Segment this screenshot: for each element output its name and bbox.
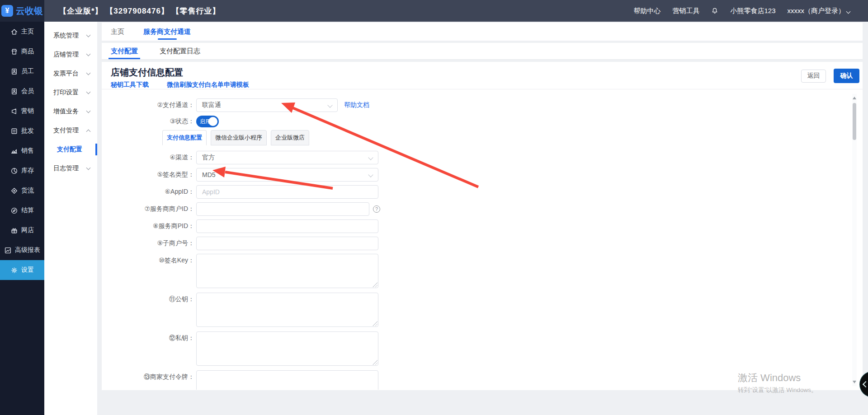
chevron-down-icon	[327, 103, 332, 107]
account-label: xxxxx（商户登录）	[788, 7, 845, 14]
sub-merchant-no-input[interactable]	[196, 237, 378, 250]
sp-pid-input[interactable]	[196, 219, 378, 233]
public-key-textarea[interactable]	[196, 293, 378, 327]
confirm-button[interactable]: 确认	[834, 69, 859, 83]
sidebar-label: 营销	[21, 107, 34, 115]
main-sidebar: 主页 商品 员工 会员 营销 批发 销售 库存 货流 结算 网店 高级报表 设置	[0, 22, 44, 415]
sidebar-label: 设置	[21, 266, 34, 274]
tab-payment-info-config[interactable]: 支付信息配置	[162, 130, 207, 145]
help-doc-link[interactable]: 帮助文档	[344, 101, 369, 109]
route-label: ④渠道：	[111, 154, 194, 162]
sidebar-item-goods[interactable]: 商品	[0, 42, 44, 61]
pay-channel-label: ②支付通道：	[111, 101, 194, 109]
back-button[interactable]: 返回	[801, 70, 826, 83]
submenu-invoice-platform[interactable]: 发票平台	[44, 64, 97, 83]
question-mark-icon[interactable]: ?	[373, 205, 380, 213]
chevron-down-icon	[368, 172, 373, 177]
page-title: 店铺支付信息配置	[111, 66, 855, 79]
tab-pay-config-log[interactable]: 支付配置日志	[160, 43, 200, 59]
sidebar-item-members[interactable]: 会员	[0, 81, 44, 101]
submenu-system-management[interactable]: 系统管理	[44, 26, 97, 45]
pay-token-textarea[interactable]	[196, 370, 378, 390]
submenu-shop-management[interactable]: 店铺管理	[44, 45, 97, 64]
submenu-label: 系统管理	[53, 32, 79, 40]
help-center-link[interactable]: 帮助中心	[633, 7, 660, 15]
sidebar-item-settings[interactable]: 设置	[0, 260, 44, 280]
sign-type-select[interactable]: MD5	[196, 168, 378, 182]
submenu-label: 发票平台	[53, 70, 79, 78]
submenu-label: 打印设置	[53, 89, 79, 97]
tab-home[interactable]: 主页	[111, 23, 124, 41]
submenu-label: 支付配置	[57, 145, 82, 154]
sp-merchant-id-input[interactable]	[196, 202, 369, 216]
chevron-down-icon	[86, 70, 91, 75]
sidebar-item-staff[interactable]: 员工	[0, 61, 44, 81]
key-tool-download-link[interactable]: 秘钥工具下载	[111, 81, 149, 89]
private-key-label: ⑫私钥：	[111, 331, 194, 342]
sidebar-item-settlement[interactable]: 结算	[0, 201, 44, 220]
submenu-payment-config-active[interactable]: 支付配置	[44, 140, 97, 159]
form-scrollbar[interactable]	[852, 94, 857, 386]
gift-box-icon	[10, 227, 18, 234]
tab-label: 服务商支付通道	[143, 28, 191, 36]
app-logo[interactable]: ¥ 云收银	[0, 0, 44, 22]
main-content: 主页 服务商支付通道 支付配置 支付配置日志 店铺支付信息配置 秘钥工具下载 微…	[97, 22, 868, 415]
submenu-print-settings[interactable]: 打印设置	[44, 83, 97, 102]
sidebar-label: 库存	[21, 167, 34, 175]
sidebar-label: 销售	[21, 147, 34, 155]
header-links: 秘钥工具下载 微信刷脸支付白名单申请模板	[111, 81, 855, 89]
sidebar-item-wholesale[interactable]: 批发	[0, 121, 44, 141]
sidebar-label: 员工	[21, 67, 34, 75]
sidebar-item-home[interactable]: 主页	[0, 22, 44, 42]
sign-key-textarea[interactable]	[196, 254, 378, 288]
sidebar-item-sales[interactable]: 销售	[0, 141, 44, 161]
list-box-icon	[10, 127, 18, 135]
form-row-pay-channel: ②支付通道： 联富通 帮助文档	[111, 98, 863, 112]
private-key-textarea[interactable]	[196, 331, 378, 366]
status-label: ③状态：	[111, 117, 194, 126]
sp-merchant-id-label: ⑦服务商商户ID：	[111, 205, 194, 213]
payment-info-tabs: 支付信息配置 微信企业版小程序 企业版微店	[162, 130, 863, 145]
route-select[interactable]: 官方	[196, 151, 378, 164]
scroll-up-arrow-icon[interactable]	[853, 97, 856, 99]
submenu-value-added[interactable]: 增值业务	[44, 102, 97, 121]
appid-input[interactable]	[196, 185, 378, 199]
status-toggle-on[interactable]: 启用	[196, 116, 219, 127]
gear-icon	[10, 266, 18, 274]
tab-label: 主页	[111, 28, 124, 36]
face-pay-whitelist-link[interactable]: 微信刷脸支付白名单申请模板	[167, 81, 249, 89]
tab-provider-payment-channel[interactable]: 服务商支付通道	[143, 23, 191, 41]
chevron-down-icon	[368, 155, 373, 160]
sign-type-label: ⑤签名类型：	[111, 171, 194, 179]
sidebar-label: 会员	[21, 87, 34, 95]
marketing-tools-link[interactable]: 营销工具	[672, 7, 699, 15]
active-indicator-bar	[95, 144, 97, 155]
sidebar-item-advanced-reports[interactable]: 高级报表	[0, 240, 44, 260]
store-name[interactable]: 小熊零食店123	[730, 7, 775, 15]
sidebar-item-marketing[interactable]: 营销	[0, 101, 44, 121]
sidebar-item-online-store[interactable]: 网店	[0, 220, 44, 240]
pay-channel-select[interactable]: 联富通	[196, 98, 338, 112]
form-row-sp-merchant-id: ⑦服务商商户ID： ?	[111, 202, 863, 216]
area-chart-icon	[10, 147, 18, 155]
account-menu[interactable]: xxxxx（商户登录）	[788, 7, 850, 15]
submenu-log-management[interactable]: 日志管理	[44, 159, 97, 178]
chevron-down-icon	[86, 165, 91, 170]
submenu-payment-management[interactable]: 支付管理	[44, 121, 97, 140]
tab-enterprise-microstore[interactable]: 企业版微店	[271, 130, 309, 145]
sub-tab-bar: 支付配置 支付配置日志	[102, 43, 863, 60]
tab-pay-config[interactable]: 支付配置	[111, 43, 138, 59]
form-row-pay-token: ⑬商家支付令牌：	[111, 370, 863, 390]
tab-label: 支付信息配置	[167, 134, 202, 142]
sign-key-label: ⑩签名Key：	[111, 254, 194, 265]
payment-config-form: ②支付通道： 联富通 帮助文档 ③状态： 启用 支付信息配置	[102, 89, 863, 390]
scrollbar-thumb[interactable]	[853, 103, 856, 140]
bell-icon[interactable]	[711, 7, 718, 14]
scroll-down-arrow-icon[interactable]	[853, 381, 856, 383]
sidebar-item-inventory[interactable]: 库存	[0, 161, 44, 181]
sidebar-label: 商品	[21, 47, 34, 56]
tab-wechat-enterprise-miniprogram[interactable]: 微信企业版小程序	[211, 130, 267, 145]
form-row-appid: ⑥AppID：	[111, 185, 863, 199]
sidebar-item-logistics[interactable]: 货流	[0, 181, 44, 201]
tab-label: 支付配置	[111, 47, 138, 56]
